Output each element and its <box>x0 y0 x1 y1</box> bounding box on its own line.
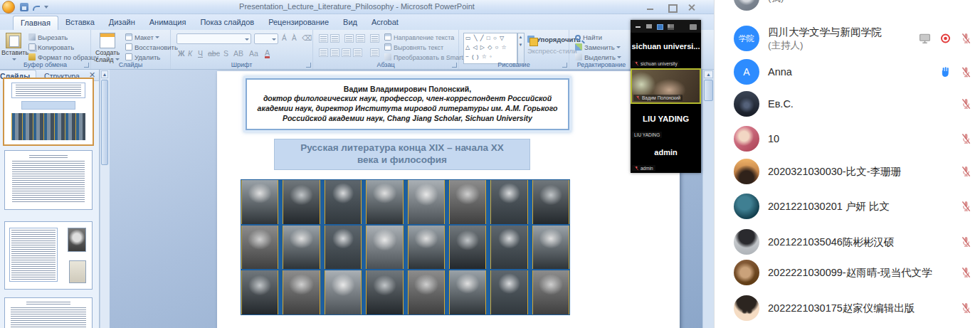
paragraph-dialog-launcher[interactable] <box>452 63 457 68</box>
video-tile-liu-yading[interactable]: LIU YADING LIU YADING <box>631 104 701 139</box>
shadow-button[interactable]: S <box>223 49 228 58</box>
italic-button[interactable]: К <box>188 49 192 58</box>
font-size-combo[interactable] <box>254 33 278 44</box>
tab-slideshow[interactable]: Показ слайдов <box>193 16 261 29</box>
main-scrollbar[interactable]: ▲ <box>702 70 714 328</box>
numbering-icon[interactable] <box>330 34 339 43</box>
shrink-font-button[interactable]: А̀ <box>292 34 297 42</box>
close-button[interactable] <box>684 3 700 12</box>
find-button[interactable]: Найти <box>575 33 602 43</box>
font-color-button[interactable]: А <box>265 49 270 58</box>
copy-button[interactable]: Копировать <box>28 43 74 53</box>
layout-button[interactable]: Макет <box>125 33 159 43</box>
align-right-icon[interactable] <box>342 48 351 57</box>
participant-row[interactable]: 2022221030175赵家仪编辑出版 <box>715 291 980 325</box>
ribbon-tab-row: Главная Вставка Дизайн Анимация Показ сл… <box>0 14 714 30</box>
strip-minimize-icon[interactable] <box>636 24 641 28</box>
tab-design[interactable]: Дизайн <box>102 16 142 29</box>
tab-review[interactable]: Рецензирование <box>261 16 336 29</box>
tab-insert[interactable]: Вставка <box>58 16 102 29</box>
new-slide-button[interactable]: Создать слайд <box>93 32 122 64</box>
participant-row[interactable]: 2022221030099-赵雨晴-现当代文学 <box>715 255 980 290</box>
portrait-cell <box>408 270 445 314</box>
align-center-icon[interactable] <box>330 48 339 57</box>
change-case-button[interactable]: Аа <box>249 49 258 58</box>
office-orb-button[interactable] <box>2 1 15 14</box>
bullets-icon[interactable] <box>319 34 328 43</box>
font-dialog-launcher[interactable] <box>306 63 311 68</box>
undo-icon[interactable] <box>32 3 41 11</box>
reset-button[interactable]: Восстановить <box>125 43 178 53</box>
save-icon[interactable] <box>20 3 28 11</box>
participant-name: Ев.С. <box>768 98 794 110</box>
participants-panel: (我) 学院 四川大学文学与新闻学院 (主持人) A Anna Ев.С. <box>714 0 980 328</box>
participant-row-host[interactable]: 学院 四川大学文学与新闻学院 (主持人) <box>715 18 980 58</box>
participant-name: 2021221030201 户妍 比文 <box>768 200 890 213</box>
participant-row[interactable]: 10 <box>715 122 980 156</box>
slide-thumbnail-3[interactable] <box>4 221 93 290</box>
clipboard-dialog-launcher[interactable] <box>84 63 89 68</box>
tab-home[interactable]: Главная <box>13 16 58 30</box>
cut-button[interactable]: Вырезать <box>28 33 68 43</box>
line-spacing-icon[interactable] <box>370 34 379 43</box>
lecture-title-box[interactable]: Русская литература конца XIX – начала XX… <box>274 139 530 170</box>
speaker-name: Вадим Владимирович Полонский, <box>247 85 568 93</box>
group-clipboard: Вставить Вырезать Копировать Формат по о… <box>0 30 91 69</box>
tile-label: admin <box>632 165 655 171</box>
shapes-gallery-scroll[interactable]: ▲▼ <box>517 33 525 64</box>
align-left-icon[interactable] <box>319 48 328 57</box>
tab-acrobat[interactable]: Acrobat <box>364 16 406 29</box>
bold-button[interactable]: Ж <box>178 49 185 58</box>
participant-row[interactable]: 2021221035046陈彬彬汉硕 <box>715 225 980 259</box>
text-direction-button[interactable]: Направление текста <box>384 33 454 41</box>
slide-thumbnail-4[interactable] <box>4 297 93 328</box>
strip-gallery-view-active-icon[interactable] <box>657 24 663 30</box>
drawing-dialog-launcher[interactable] <box>562 63 567 68</box>
font-name-combo[interactable] <box>176 33 251 44</box>
slide-thumbnail-1[interactable] <box>3 78 94 146</box>
strip-participants-icon[interactable] <box>690 24 697 30</box>
strip-grid-view-icon[interactable] <box>668 24 674 30</box>
participant-row-me[interactable]: (我) <box>715 0 980 15</box>
panel-scroll-thumb[interactable] <box>101 80 108 165</box>
strikethrough-button[interactable]: abc <box>208 49 220 58</box>
underline-button[interactable]: Ч <box>198 49 203 58</box>
minimize-button[interactable] <box>643 3 658 12</box>
participant-row[interactable]: Ев.С. <box>715 87 980 121</box>
char-spacing-button[interactable]: АВ <box>233 49 243 58</box>
main-scroll-up-arrow[interactable]: ▲ <box>704 70 713 78</box>
grow-font-button[interactable]: А́ <box>282 34 287 42</box>
participant-row[interactable]: 2021221030201 户妍 比文 <box>715 189 980 223</box>
video-tile-sichuan[interactable]: sichuan universi... sichuan university <box>631 33 701 68</box>
tab-view[interactable]: Вид <box>336 16 364 29</box>
panel-scroll-up-arrow[interactable]: ▲ <box>101 70 108 78</box>
panel-scrollbar[interactable]: ▲ <box>100 70 109 328</box>
maximize-button[interactable] <box>664 3 680 12</box>
justify-icon[interactable] <box>353 48 362 57</box>
shapes-gallery[interactable]: ▭ ╲ ╱ □ ○ ▽ △ ◁ ▷ ◇ ○ ☆ ~ ( ) ☆ ◦ ▲▼ <box>463 33 517 64</box>
smartart-button[interactable]: Преобразовать в SmartArt <box>384 53 471 61</box>
paste-button[interactable]: Вставить <box>1 32 26 64</box>
align-text-button[interactable]: Выровнять текст <box>384 43 443 51</box>
credentials-textbox[interactable]: Вадим Владимирович Полонский, доктор фил… <box>246 78 569 130</box>
participant-row[interactable]: 2020321030030-比文-李珊珊 <box>715 154 980 189</box>
portrait-grid[interactable] <box>241 179 570 315</box>
participant-row[interactable]: A Anna <box>715 55 980 89</box>
tab-animation[interactable]: Анимация <box>142 16 194 29</box>
decrease-indent-icon[interactable] <box>344 34 354 43</box>
tile-label: sichuan university <box>632 60 680 67</box>
video-tile-admin[interactable]: admin admin <box>631 139 701 173</box>
portrait-cell <box>490 270 527 314</box>
clear-format-button[interactable]: ⌫ <box>302 34 312 42</box>
main-scroll-thumb[interactable] <box>704 80 713 101</box>
qat-dropdown-icon[interactable] <box>44 6 48 9</box>
strip-speaker-view-icon[interactable] <box>646 24 652 28</box>
columns-icon[interactable] <box>370 48 379 57</box>
slide-thumbnail-2[interactable] <box>4 150 93 210</box>
increase-indent-icon[interactable] <box>356 34 365 43</box>
video-strip-toolbar <box>631 20 701 33</box>
replace-button[interactable]: Заменить <box>575 43 621 53</box>
muted-mic-icon <box>960 66 972 78</box>
video-tile-speaker[interactable]: Вадим Полонский <box>631 68 701 104</box>
current-slide[interactable]: Вадим Владимирович Полонский, доктор фил… <box>217 71 680 328</box>
